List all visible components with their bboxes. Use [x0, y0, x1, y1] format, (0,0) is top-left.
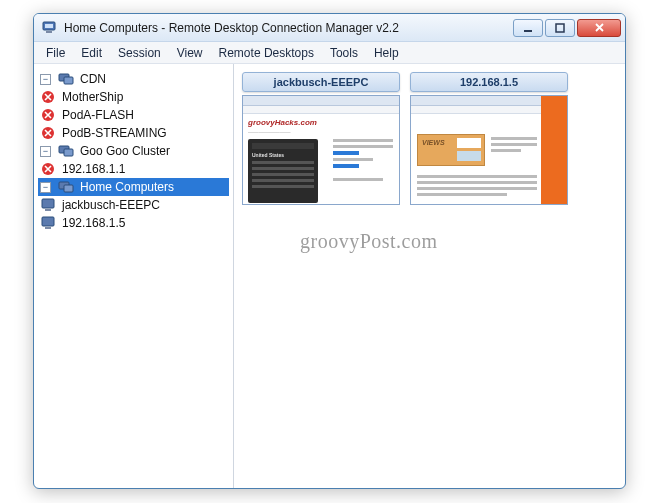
thumbnail-preview[interactable]: groovyHacks.com ──────────── United Stat…: [242, 95, 400, 205]
disconnected-icon: [40, 161, 56, 177]
banner-text: VIEWS: [422, 139, 445, 146]
menu-tools[interactable]: Tools: [322, 44, 366, 62]
group-icon: [58, 71, 74, 87]
svg-rect-3: [524, 30, 532, 32]
tree-label: Goo Goo Cluster: [78, 144, 172, 158]
thumbnail-jackbusch-eeepc[interactable]: jackbusch-EEEPC groovyHacks.com ────────…: [242, 72, 400, 205]
tree-group-cdn[interactable]: − CDN: [38, 70, 229, 88]
tree-label: PodA-FLASH: [60, 108, 136, 122]
close-button[interactable]: [577, 19, 621, 37]
collapse-icon[interactable]: −: [40, 182, 51, 193]
window-title: Home Computers - Remote Desktop Connecti…: [64, 21, 511, 35]
svg-rect-15: [42, 199, 54, 208]
tree-node-jackbusch-eeepc[interactable]: jackbusch-EEEPC: [38, 196, 229, 214]
app-icon: [42, 20, 58, 36]
thumbnail-192-168-1-5[interactable]: 192.168.1.5 VIEWS: [410, 72, 568, 205]
tree-label: jackbusch-EEEPC: [60, 198, 162, 212]
client-area: − CDN MotherShip PodA-FLASH: [34, 64, 625, 488]
tree-label: 192.168.1.1: [60, 162, 127, 176]
menu-session[interactable]: Session: [110, 44, 169, 62]
app-window: Home Computers - Remote Desktop Connecti…: [33, 13, 626, 489]
menu-file[interactable]: File: [38, 44, 73, 62]
panel-heading: United States: [252, 152, 314, 158]
collapse-icon[interactable]: −: [40, 146, 51, 157]
connected-icon: [40, 215, 56, 231]
page-brand: groovyHacks.com: [248, 118, 394, 127]
svg-rect-14: [64, 185, 73, 192]
tree-label: PodB-STREAMING: [60, 126, 169, 140]
disconnected-icon: [40, 125, 56, 141]
menu-edit[interactable]: Edit: [73, 44, 110, 62]
thumbnail-title: 192.168.1.5: [410, 72, 568, 92]
tree-node-192-168-1-5[interactable]: 192.168.1.5: [38, 214, 229, 232]
tree-label: 192.168.1.5: [60, 216, 127, 230]
menu-help[interactable]: Help: [366, 44, 407, 62]
tree-panel[interactable]: − CDN MotherShip PodA-FLASH: [34, 64, 234, 488]
tree-label: CDN: [78, 72, 108, 86]
collapse-icon[interactable]: −: [40, 74, 51, 85]
svg-rect-6: [64, 77, 73, 84]
tree-node-192-168-1-1[interactable]: 192.168.1.1: [38, 160, 229, 178]
svg-rect-4: [556, 24, 564, 32]
tree-node-poda-flash[interactable]: PodA-FLASH: [38, 106, 229, 124]
group-icon: [58, 143, 74, 159]
window-buttons: [511, 19, 621, 37]
thumbnail-preview[interactable]: VIEWS: [410, 95, 568, 205]
disconnected-icon: [40, 107, 56, 123]
svg-rect-18: [45, 227, 51, 229]
disconnected-icon: [40, 89, 56, 105]
menu-view[interactable]: View: [169, 44, 211, 62]
svg-rect-17: [42, 217, 54, 226]
svg-rect-1: [45, 24, 53, 28]
minimize-button[interactable]: [513, 19, 543, 37]
menu-remote-desktops[interactable]: Remote Desktops: [211, 44, 322, 62]
menubar: File Edit Session View Remote Desktops T…: [34, 42, 625, 64]
group-icon: [58, 179, 74, 195]
tree-label: Home Computers: [78, 180, 176, 194]
tree-label: MotherShip: [60, 90, 125, 104]
tree-group-home-computers[interactable]: − Home Computers: [38, 178, 229, 196]
svg-rect-16: [45, 209, 51, 211]
maximize-button[interactable]: [545, 19, 575, 37]
thumbnail-title: jackbusch-EEEPC: [242, 72, 400, 92]
titlebar[interactable]: Home Computers - Remote Desktop Connecti…: [34, 14, 625, 42]
tree-node-mothership[interactable]: MotherShip: [38, 88, 229, 106]
connected-icon: [40, 197, 56, 213]
thumbnail-panel: jackbusch-EEEPC groovyHacks.com ────────…: [234, 64, 625, 488]
svg-rect-2: [46, 31, 52, 33]
tree-node-podb-streaming[interactable]: PodB-STREAMING: [38, 124, 229, 142]
tree-group-goo-goo-cluster[interactable]: − Goo Goo Cluster: [38, 142, 229, 160]
svg-rect-11: [64, 149, 73, 156]
